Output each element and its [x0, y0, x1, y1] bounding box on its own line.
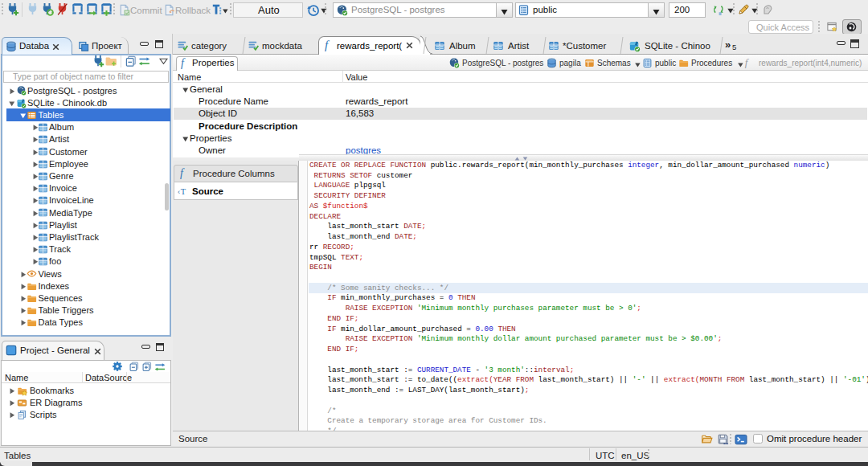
- svg-text:f: f: [745, 56, 750, 68]
- svg-text:T: T: [181, 187, 186, 196]
- svg-text:f: f: [180, 166, 185, 179]
- svg-text:‹: ‹: [178, 187, 180, 196]
- svg-text:f: f: [181, 56, 186, 69]
- svg-text:f: f: [325, 39, 330, 51]
